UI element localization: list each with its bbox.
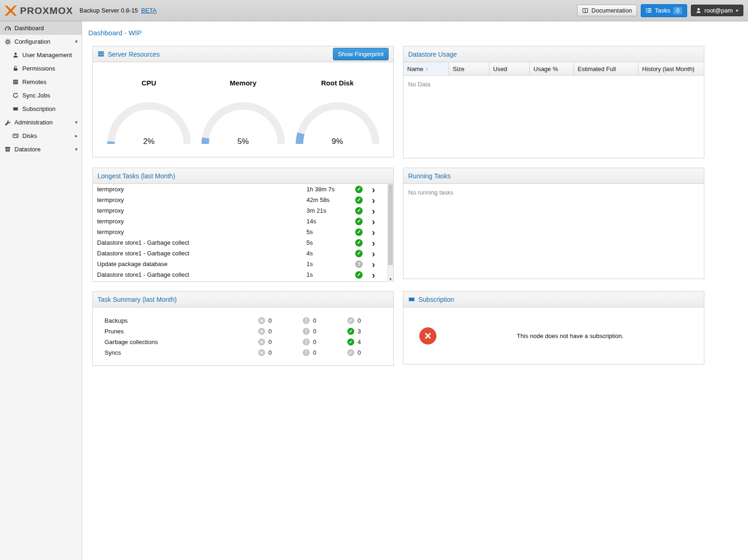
panel-title: Task Summary (last Month) (98, 296, 176, 303)
column-header-used[interactable]: Used (489, 62, 530, 75)
book-icon (582, 8, 588, 13)
user-menu-button[interactable]: root@pam ▾ (691, 5, 743, 16)
user-icon (696, 8, 701, 13)
scroll-down-icon[interactable]: ▾ (388, 277, 393, 281)
sidebar-item-subscription[interactable]: Subscription (0, 102, 82, 116)
column-header-size[interactable]: Size (449, 62, 489, 75)
documentation-label: Documentation (592, 7, 632, 13)
column-header-name[interactable]: Name ↑ (403, 62, 449, 75)
sidebar-item-label: Disks (22, 132, 37, 139)
column-header-estimated-full[interactable]: Estimated Full (574, 62, 638, 75)
task-row[interactable]: Update package database 1s › (93, 259, 393, 269)
summary-row-garbage-collections: Garbage collections 0 0 4 (93, 337, 393, 347)
ok-count-icon (347, 328, 354, 335)
task-row[interactable]: termproxy 42m 58s › (93, 195, 393, 205)
expand-arrow-icon[interactable]: ▸ (75, 133, 78, 138)
tasks-button[interactable]: Tasks 0 (641, 4, 687, 17)
topbar-actions: Documentation Tasks 0 root@pam ▾ (577, 4, 743, 17)
sidebar-item-label: Configuration (14, 38, 50, 45)
times-circle-icon: × (419, 327, 436, 345)
task-list: termproxy 1h 38m 7s › termproxy 42m 58s … (93, 184, 393, 282)
sidebar-item-label: Administration (14, 119, 52, 126)
show-fingerprint-button[interactable]: Show Fingerprint (333, 48, 389, 60)
error-count-icon (258, 328, 265, 335)
error-count-icon (258, 349, 265, 356)
task-status-icon (355, 228, 363, 236)
sidebar: Dashboard Configuration ▾ User Managemen… (0, 21, 82, 560)
collapse-arrow-icon[interactable]: ▾ (75, 120, 78, 125)
datastore-usage-header: Datastore Usage (403, 46, 704, 62)
task-status-icon (355, 250, 363, 257)
longest-tasks-header: Longest Tasks (last Month) (93, 168, 393, 184)
task-row[interactable]: termproxy 3m 21s › (93, 205, 393, 216)
documentation-button[interactable]: Documentation (577, 5, 637, 16)
disk-icon (13, 133, 22, 139)
sidebar-item-remotes[interactable]: Remotes (0, 75, 82, 89)
panel-title: Datastore Usage (408, 51, 457, 58)
user-label: root@pam (704, 7, 733, 13)
error-count-icon (258, 317, 265, 324)
sidebar-item-permissions[interactable]: Permissions (0, 62, 82, 75)
proxmox-logo: PROXMOX (5, 5, 73, 16)
ok-count-icon (347, 349, 354, 356)
sidebar-item-administration[interactable]: Administration ▾ (0, 116, 82, 129)
sidebar-item-sync-jobs[interactable]: Sync Jobs (0, 89, 82, 102)
resource-bars-icon (98, 51, 104, 57)
product-title: Backup Server 0.8-15 (79, 7, 138, 14)
scrollbar-thumb[interactable] (388, 184, 393, 265)
column-header-history[interactable]: History (last Month) (638, 62, 704, 75)
task-summary-header: Task Summary (last Month) (93, 292, 393, 307)
summary-row-backups: Backups 0 0 0 (93, 315, 393, 326)
cpu-gauge-value: 2% (105, 137, 193, 146)
sidebar-item-label: Subscription (22, 105, 56, 112)
sidebar-item-datastore[interactable]: Datastore ▾ (0, 143, 82, 156)
server-icon (13, 79, 22, 85)
task-status-icon (355, 218, 363, 225)
sidebar-item-label: Sync Jobs (22, 92, 50, 99)
task-summary-panel: Task Summary (last Month) Backups 0 0 0 … (92, 291, 394, 366)
task-row[interactable]: Datastore store1 - Garbage collect 4s › (93, 248, 393, 259)
column-header-usage-pct[interactable]: Usage % (530, 62, 574, 75)
table-header-row: Name ↑ Size Used Usage % Estimated Full (403, 62, 704, 76)
collapse-arrow-icon[interactable]: ▾ (75, 147, 78, 152)
chevron-down-icon: ▾ (736, 8, 738, 13)
sidebar-item-label: Dashboard (14, 25, 44, 32)
task-row[interactable]: Datastore store1 - Garbage collect 1s › (93, 269, 393, 280)
task-row[interactable]: termproxy 5s › (93, 227, 393, 237)
scrollbar[interactable]: ▾ (387, 184, 393, 282)
sort-asc-icon: ↑ (426, 66, 429, 72)
beta-link[interactable]: BETA (141, 7, 156, 14)
ok-count-icon (347, 339, 354, 345)
task-status-icon (355, 271, 363, 279)
sidebar-item-dashboard[interactable]: Dashboard (0, 21, 82, 35)
logo-text: PROXMOX (20, 5, 73, 16)
user-icon (13, 52, 22, 58)
task-row[interactable]: Datastore store1 - Garbage collect 5s › (93, 237, 393, 248)
subscription-panel: Subscription × This node does not have a… (403, 291, 704, 365)
sidebar-item-user-management[interactable]: User Management (0, 48, 82, 62)
running-tasks-header: Running Tasks (403, 168, 704, 184)
datastore-icon (5, 146, 14, 152)
ticket-icon (13, 106, 22, 112)
collapse-arrow-icon[interactable]: ▾ (75, 39, 78, 44)
task-status-icon (355, 260, 363, 268)
gears-icon (5, 39, 14, 45)
warning-count-icon (303, 317, 310, 324)
panel-title: Subscription (418, 296, 454, 303)
root-disk-gauge: Root Disk 9% (290, 79, 384, 146)
server-resources-panel: Server Resources Show Fingerprint CPU 2% (92, 46, 394, 157)
summary-row-syncs: Syncs 0 0 0 (93, 347, 393, 358)
task-status-icon (355, 239, 363, 247)
sidebar-item-label: Permissions (22, 65, 55, 72)
datastore-usage-panel: Datastore Usage Name ↑ Size Used Usage % (403, 46, 704, 158)
sidebar-item-configuration[interactable]: Configuration ▾ (0, 35, 82, 48)
subscription-message: This node does not have a subscription. (436, 332, 704, 339)
task-row[interactable]: termproxy 14s › (93, 216, 393, 227)
task-list-icon (646, 8, 651, 13)
sidebar-item-disks[interactable]: Disks ▸ (0, 129, 82, 143)
task-row[interactable]: termproxy 1h 38m 7s › (93, 184, 393, 195)
server-resources-header: Server Resources Show Fingerprint (93, 46, 393, 62)
sidebar-item-label: Remotes (22, 78, 46, 85)
wrench-icon (5, 119, 14, 126)
sidebar-item-label: User Management (22, 52, 72, 59)
